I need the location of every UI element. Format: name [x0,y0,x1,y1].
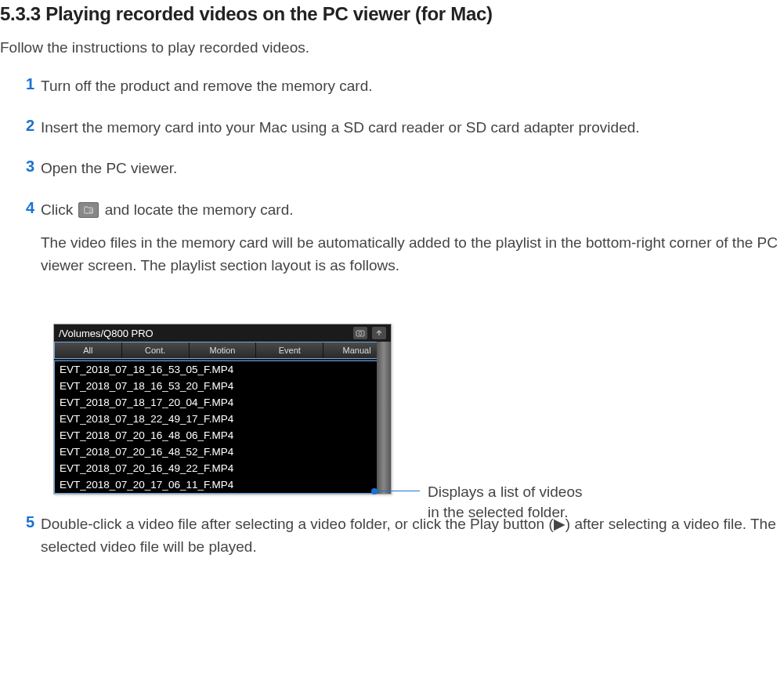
step-number: 5 [16,513,34,531]
callout-right-line2: in the selected folder. [428,504,569,520]
callout-line [376,491,420,491]
step-number: 4 [16,199,34,217]
export-icon[interactable] [372,327,386,339]
step-text: Click and locate the memory card. [41,199,294,222]
step4-detail: The video files in the memory card will … [41,232,784,277]
list-item[interactable]: EVT_2018_07_20_16_49_22_F.MP4 [55,460,390,476]
step-4: 4 Click and locate the memory card. [16,199,784,222]
step-text: Double-click a video file after selectin… [41,513,784,558]
step4-after: and locate the memory card. [100,201,293,218]
playlist-panel: /Volumes/Q800 PRO All Cont. Motion Event… [53,324,392,494]
camera-icon[interactable] [353,327,367,339]
tab-all[interactable]: All [55,342,122,358]
step-text: Insert the memory card into your Mac usi… [41,117,640,139]
video-file-list: EVT_2018_07_18_16_53_05_F.MP4 EVT_2018_0… [54,360,391,494]
step-2: 2 Insert the memory card into your Mac u… [16,117,784,139]
svg-point-3 [359,332,362,335]
scrollbar[interactable] [377,342,391,494]
list-item[interactable]: EVT_2018_07_20_17_06_11_F.MP4 [55,476,390,493]
list-item[interactable]: EVT_2018_07_18_22_49_17_F.MP4 [55,411,390,427]
step4-before: Click [41,201,77,218]
path-label: /Volumes/Q800 PRO [59,328,154,339]
step-text: Open the PC viewer. [41,158,177,180]
step-text: Turn off the product and remove the memo… [41,75,372,98]
list-item[interactable]: EVT_2018_07_18_17_20_04_F.MP4 [55,394,390,411]
folder-tabs: All Cont. Motion Event Manual [54,342,391,359]
tab-event[interactable]: Event [256,342,323,358]
steps-list: 1 Turn off the product and remove the me… [0,75,784,558]
callout-file-list: Displays a list of videos in the selecte… [428,482,582,522]
open-folder-icon [78,202,99,218]
section-title: 5.3.3 Playing recorded videos on the PC … [0,3,784,25]
list-item[interactable]: EVT_2018_07_18_16_53_20_F.MP4 [55,378,390,394]
step-number: 1 [16,75,34,93]
callout-right-line1: Displays a list of videos [428,484,582,500]
step-3: 3 Open the PC viewer. [16,158,784,180]
step-number: 2 [16,117,34,135]
header-icons [353,327,386,339]
intro-text: Follow the instructions to play recorded… [0,39,784,56]
tab-motion[interactable]: Motion [190,342,257,358]
tab-cont[interactable]: Cont. [122,342,190,358]
list-item[interactable]: EVT_2018_07_18_16_53_05_F.MP4 [55,361,390,378]
list-item[interactable]: EVT_2018_07_20_16_48_06_F.MP4 [55,427,390,444]
list-item[interactable]: EVT_2018_07_20_16_48_52_F.MP4 [55,444,390,460]
step-5: 5 Double-click a video file after select… [16,513,784,558]
playlist-header: /Volumes/Q800 PRO [54,324,391,342]
playlist-diagram: Select a folder. /Volumes/Q800 PRO All C… [53,324,784,494]
step-1: 1 Turn off the product and remove the me… [16,75,784,98]
step-number: 3 [16,158,34,176]
